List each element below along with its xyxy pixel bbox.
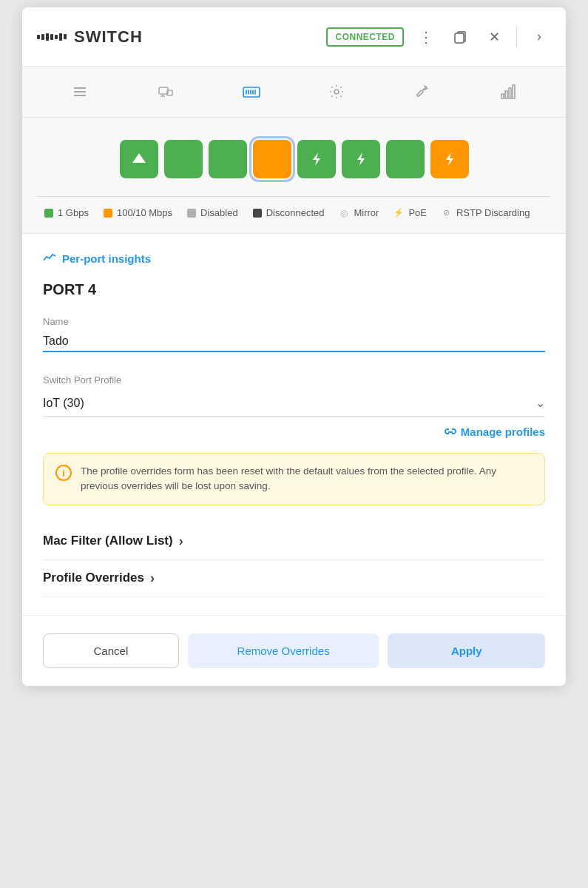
legend-rstp: ⊘ RSTP Discarding: [442, 207, 530, 218]
legend-1gbps: 1 Gbps: [44, 207, 89, 218]
close-button[interactable]: ✕: [482, 25, 506, 49]
profile-field-group: Switch Port Profile IoT (30) ⌄: [43, 374, 545, 417]
cancel-button[interactable]: Cancel: [43, 633, 179, 668]
main-content: Per-port insights PORT 4 Name Switch Por…: [22, 234, 566, 615]
connected-badge: CONNECTED: [326, 27, 404, 47]
port-visualization: 1 Gbps 100/10 Mbps Disabled Disconnected…: [22, 118, 566, 234]
port-5[interactable]: [297, 140, 336, 178]
port-1[interactable]: [120, 140, 158, 178]
legend-mirror-label: Mirror: [354, 207, 379, 218]
profile-overrides-chevron: ›: [150, 571, 155, 586]
legend-dot-orange: [104, 209, 112, 218]
port-7[interactable]: [386, 140, 425, 178]
close-icon: ✕: [489, 29, 500, 45]
tab-tools[interactable]: [405, 74, 440, 110]
gear-icon: [328, 84, 345, 100]
svg-rect-0: [455, 33, 464, 43]
copy-button[interactable]: [448, 25, 472, 49]
svg-rect-17: [505, 91, 507, 98]
chevron-down-icon: ⌄: [535, 396, 545, 410]
legend-poe-label: PoE: [408, 207, 427, 218]
tab-stats[interactable]: [490, 74, 526, 110]
mac-filter-label: Mac Filter (Allow List): [43, 534, 173, 548]
legend-rstp-label: RSTP Discarding: [456, 207, 530, 218]
port-4[interactable]: [253, 140, 291, 178]
info-box: i The profile overrides form has been re…: [43, 453, 545, 505]
link-icon: [445, 426, 456, 438]
svg-marker-21: [313, 152, 320, 166]
legend-100mbps-label: 100/10 Mbps: [117, 207, 172, 218]
name-field-group: Name: [43, 316, 545, 369]
tab-list[interactable]: [62, 74, 98, 110]
insights-icon: [43, 252, 56, 265]
switch-tab-icon: [242, 84, 261, 100]
manage-profiles-label: Manage profiles: [461, 426, 545, 438]
profile-overrides-label: Profile Overrides: [43, 571, 144, 585]
chevron-right-icon: ›: [537, 29, 541, 44]
svg-rect-19: [513, 85, 515, 98]
tab-settings[interactable]: [319, 74, 354, 110]
nav-tabs: [22, 67, 566, 118]
legend-1gbps-label: 1 Gbps: [58, 207, 89, 218]
legend-disconnected-label: Disconnected: [266, 207, 325, 218]
remove-overrides-button[interactable]: Remove Overrides: [188, 633, 379, 668]
header-left: SWITCH: [37, 27, 326, 47]
port-8[interactable]: [430, 140, 469, 178]
header: SWITCH CONNECTED ⋮ ✕ ›: [22, 7, 566, 67]
legend-disabled-label: Disabled: [200, 207, 238, 218]
legend-dot-gray: [187, 209, 196, 218]
more-button[interactable]: ⋮: [414, 25, 438, 49]
tab-devices[interactable]: [148, 74, 183, 110]
up-arrow-icon: [131, 151, 147, 167]
legend-100mbps: 100/10 Mbps: [104, 207, 172, 218]
info-message: The profile overrides form has been rese…: [81, 464, 533, 494]
per-port-insights-link[interactable]: Per-port insights: [43, 252, 545, 265]
svg-rect-5: [159, 87, 168, 94]
profile-overrides-section[interactable]: Profile Overrides ›: [43, 560, 545, 597]
next-button[interactable]: ›: [527, 25, 551, 49]
devices-icon: [158, 84, 174, 100]
switch-icon: [37, 33, 67, 41]
ports-row: [37, 140, 551, 178]
profile-select[interactable]: IoT (30) ⌄: [43, 390, 545, 417]
bolt-icon: [311, 151, 322, 167]
legend-disconnected: Disconnected: [253, 207, 325, 218]
more-icon: ⋮: [419, 28, 433, 46]
svg-point-15: [334, 90, 339, 94]
profile-value: IoT (30): [43, 397, 84, 410]
rstp-icon: ⊘: [442, 208, 452, 218]
tab-switch[interactable]: [234, 74, 269, 110]
name-label: Name: [43, 316, 545, 327]
apply-button[interactable]: Apply: [388, 633, 545, 668]
tools-icon: [414, 84, 430, 100]
port-2[interactable]: [164, 140, 203, 178]
mac-filter-chevron: ›: [179, 534, 183, 549]
svg-rect-16: [501, 94, 504, 98]
svg-rect-18: [509, 88, 511, 98]
port-6[interactable]: [342, 140, 380, 178]
manage-profiles-link[interactable]: Manage profiles: [43, 426, 545, 438]
port-3[interactable]: [209, 140, 247, 178]
header-title: SWITCH: [74, 27, 143, 47]
bolt-icon: [355, 151, 367, 167]
legend-mirror: ◎ Mirror: [339, 207, 379, 218]
svg-marker-22: [357, 152, 365, 166]
poe-icon: ⚡: [393, 208, 404, 218]
stats-icon: [500, 84, 516, 100]
header-divider: [516, 26, 517, 48]
svg-marker-23: [446, 152, 453, 166]
list-icon: [72, 84, 88, 100]
svg-marker-20: [132, 153, 146, 163]
name-input[interactable]: [43, 332, 545, 352]
footer-buttons: Cancel Remove Overrides Apply: [22, 615, 566, 686]
legend: 1 Gbps 100/10 Mbps Disabled Disconnected…: [37, 207, 551, 218]
info-icon: i: [55, 465, 72, 481]
legend-dot-green: [44, 209, 53, 218]
port-heading: PORT 4: [43, 281, 545, 298]
legend-poe: ⚡ PoE: [393, 207, 427, 218]
legend-disabled: Disabled: [187, 207, 238, 218]
main-panel: SWITCH CONNECTED ⋮ ✕ ›: [22, 7, 566, 686]
mirror-icon: ◎: [339, 208, 349, 218]
bolt-icon: [444, 151, 456, 167]
mac-filter-section[interactable]: Mac Filter (Allow List) ›: [43, 523, 545, 560]
